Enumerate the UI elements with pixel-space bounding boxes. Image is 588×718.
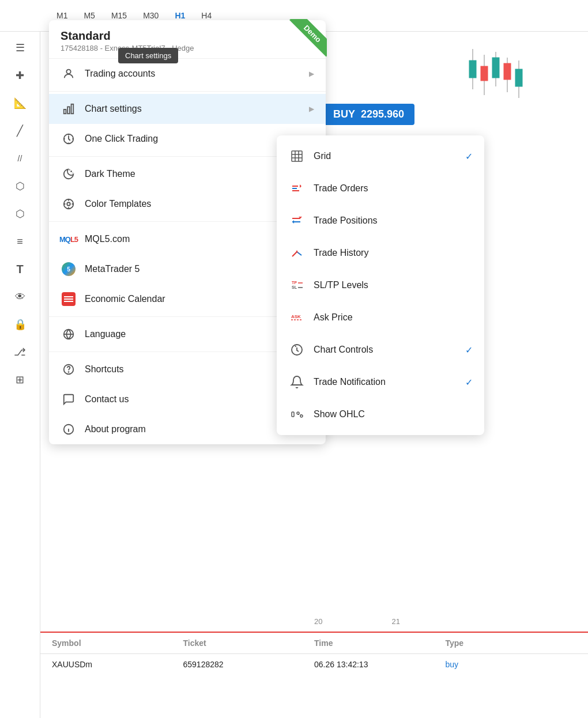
one-click-icon (61, 131, 77, 147)
chart-controls-check: ✓ (465, 345, 473, 356)
table-header: Symbol Ticket Time Type (40, 633, 588, 654)
divider-1 (49, 91, 326, 92)
svg-text:SL: SL (292, 285, 297, 289)
svg-line-53 (298, 414, 301, 415)
submenu-item-chart-controls[interactable]: Chart Controls ✓ (277, 334, 484, 366)
language-label: Language (85, 329, 280, 339)
text-icon[interactable]: T (10, 259, 31, 279)
chart-x-labels: 20 21 (314, 617, 400, 626)
svg-rect-50 (292, 412, 294, 417)
chat-icon (61, 391, 77, 407)
chart-settings-arrow: ▶ (309, 105, 314, 113)
mt5-icon: 5 (61, 261, 77, 277)
chart-settings-icon (61, 101, 77, 117)
calendar-icon (61, 291, 77, 307)
chart-controls-icon (288, 341, 306, 358)
svg-point-19 (67, 202, 70, 206)
svg-rect-27 (292, 151, 302, 161)
notification-icon (288, 373, 306, 391)
bottom-table: Symbol Ticket Time Type XAUUSDm 65912828… (40, 632, 588, 718)
palette-icon (61, 196, 77, 212)
cell-time: 06.26 13:42:13 (314, 660, 446, 669)
plus-icon[interactable]: ✚ (10, 65, 31, 86)
col-ticket: Ticket (183, 638, 315, 648)
menu-item-chart-settings[interactable]: Chart settings ▶ (49, 94, 326, 124)
svg-rect-1 (469, 61, 476, 78)
eye-icon[interactable]: 👁 (10, 286, 31, 307)
ohlc-icon (288, 406, 306, 423)
cell-type: buy (446, 660, 577, 669)
svg-text:TP: TP (292, 281, 297, 285)
info-icon (61, 421, 77, 437)
chart-controls-label: Chart Controls (314, 345, 373, 355)
submenu-item-trade-notification[interactable]: Trade Notification ✓ (277, 366, 484, 398)
trade-history-icon (288, 244, 306, 262)
grid-icon (288, 148, 306, 165)
col-symbol: Symbol (52, 638, 183, 648)
menu-item-trading-accounts[interactable]: Trading accounts ▶ (49, 59, 326, 89)
trade-history-label: Trade History (314, 248, 368, 258)
diagonal-lines-icon[interactable]: // (10, 148, 31, 169)
svg-rect-13 (71, 104, 74, 114)
svg-point-51 (297, 412, 299, 414)
svg-point-17 (73, 172, 73, 173)
trade-positions-label: Trade Positions (314, 216, 378, 226)
svg-rect-11 (64, 109, 66, 114)
economic-calendar-label: Economic Calendar (85, 294, 301, 304)
chart-settings-tooltip: Chart settings (118, 48, 178, 63)
sl-tp-icon: TP SL (288, 277, 306, 294)
menu-header: Standard 175428188 - Exness-MT5Trial7 - … (49, 20, 326, 59)
trade-notification-label: Trade Notification (314, 377, 386, 387)
mql5-icon: MQL5 (61, 231, 77, 247)
svg-rect-12 (67, 107, 70, 114)
trade-notification-check: ✓ (465, 377, 473, 388)
svg-rect-7 (504, 63, 511, 80)
svg-marker-39 (292, 220, 294, 224)
metatrader5-label: MetaTrader 5 (85, 264, 301, 274)
show-ohlc-label: Show OHLC (314, 409, 365, 420)
svg-point-23 (69, 372, 69, 372)
submenu-item-ask-price[interactable]: ASK Ask Price (277, 301, 484, 334)
col-type: Type (446, 638, 577, 648)
submenu-item-grid[interactable]: Grid ✓ (277, 140, 484, 172)
chart-settings-submenu: Grid ✓ Trade Orders Trade Positions (277, 135, 484, 435)
trade-orders-icon (288, 180, 306, 197)
grid-check: ✓ (465, 151, 473, 162)
tree-icon[interactable]: ⎇ (10, 342, 31, 362)
submenu-item-trade-positions[interactable]: Trade Positions (277, 205, 484, 237)
grid2-icon[interactable]: ⊞ (10, 369, 31, 390)
svg-point-16 (69, 169, 70, 171)
svg-rect-5 (492, 58, 499, 78)
color-templates-label: Color Templates (85, 199, 301, 209)
buy-price: 2295.960 (361, 108, 404, 120)
trading-accounts-label: Trading accounts (85, 69, 301, 79)
lock-icon[interactable]: 🔒 (10, 314, 31, 335)
line-icon[interactable]: ╱ (10, 120, 31, 141)
trade-orders-label: Trade Orders (314, 183, 368, 194)
moon-icon (61, 166, 77, 182)
hexagon-icon[interactable]: ⬡ (10, 203, 31, 224)
person-icon (61, 66, 77, 82)
col-time: Time (314, 638, 446, 648)
hamburger-icon[interactable]: ☰ (10, 37, 31, 58)
ruler-icon[interactable]: 📐 (10, 93, 31, 114)
submenu-item-trade-orders[interactable]: Trade Orders (277, 172, 484, 205)
trade-positions-icon (288, 212, 306, 229)
table-row: XAUUSDm 659128282 06.26 13:42:13 buy (40, 654, 588, 675)
question-icon (61, 361, 77, 377)
submenu-item-show-ohlc[interactable]: Show OHLC (277, 398, 484, 430)
svg-point-52 (300, 415, 303, 417)
svg-rect-3 (481, 66, 488, 81)
list-icon[interactable]: ≡ (10, 231, 31, 252)
chart-settings-label: Chart settings (85, 104, 301, 114)
svg-point-10 (66, 70, 70, 74)
submenu-item-sl-tp[interactable]: TP SL SL/TP Levels (277, 269, 484, 301)
account-id: 175428188 - Exness-MT5Trial7 - Hedge (61, 44, 314, 52)
nodes-icon[interactable]: ⬡ (10, 176, 31, 196)
trading-accounts-arrow: ▶ (309, 70, 314, 78)
submenu-item-trade-history[interactable]: Trade History (277, 237, 484, 269)
grid-label: Grid (314, 151, 331, 161)
svg-marker-35 (300, 184, 301, 188)
buy-price-button[interactable]: BUY 2295.960 (323, 104, 414, 125)
buy-label: BUY (333, 108, 355, 120)
